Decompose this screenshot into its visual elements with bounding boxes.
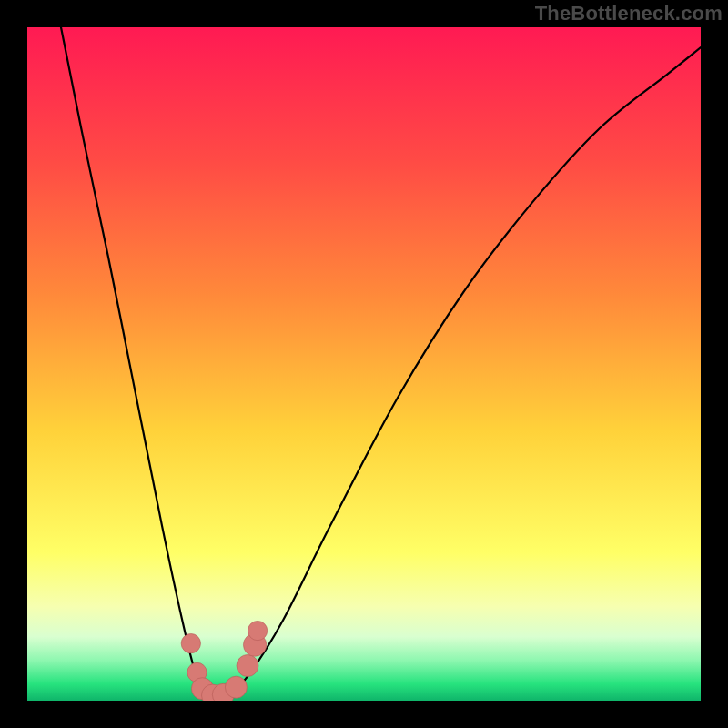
curve-layer: [27, 27, 701, 701]
attribution-label: TheBottleneck.com: [535, 2, 723, 25]
plot-area: [27, 27, 701, 701]
curve-marker: [248, 621, 267, 640]
curve-marker: [181, 633, 200, 652]
curve-marker: [225, 676, 247, 698]
chart-stage: TheBottleneck.com: [0, 0, 728, 728]
bottleneck-curve: [61, 27, 701, 697]
curve-marker: [237, 655, 258, 677]
curve-markers: [181, 621, 268, 701]
